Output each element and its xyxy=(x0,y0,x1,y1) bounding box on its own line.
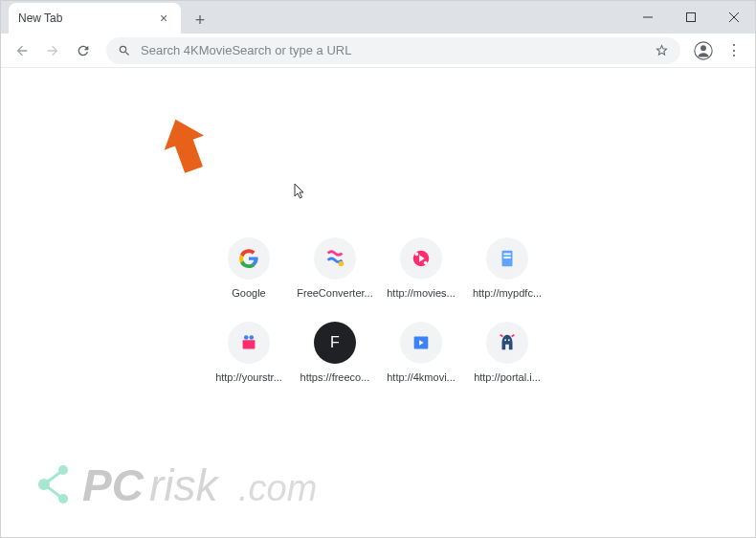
svg-point-21 xyxy=(58,494,68,504)
shortcut-label: http://yourstr... xyxy=(215,371,282,383)
svg-line-22 xyxy=(44,470,63,484)
shortcut-4kmov[interactable]: http://4kmovi... xyxy=(378,310,464,394)
page-content: Google FreeConverter... http://movies...… xyxy=(1,68,755,537)
svg-point-6 xyxy=(339,261,345,267)
shortcut-label: Google xyxy=(232,287,265,299)
movies-icon xyxy=(400,237,442,280)
mypdf-icon xyxy=(486,237,528,280)
svg-point-20 xyxy=(58,465,68,475)
svg-line-23 xyxy=(44,484,63,499)
f-dark-icon: F xyxy=(314,322,356,364)
portal-icon xyxy=(486,322,528,364)
svg-point-5 xyxy=(700,45,706,51)
address-bar-placeholder: Search 4KMovieSearch or type a URL xyxy=(141,43,645,57)
new-tab-button[interactable]: + xyxy=(187,7,213,34)
shortcut-movies[interactable]: http://movies... xyxy=(378,226,464,310)
svg-point-18 xyxy=(508,339,510,341)
toolbar: Search 4KMovieSearch or type a URL ⋮ xyxy=(1,34,755,68)
shortcut-freeco-f[interactable]: F https://freeco... xyxy=(292,310,378,394)
reload-button[interactable] xyxy=(70,37,97,64)
forward-button[interactable] xyxy=(39,37,66,64)
shortcut-label: https://freeco... xyxy=(300,371,370,383)
profile-button[interactable] xyxy=(690,37,717,64)
google-icon xyxy=(228,237,270,280)
shortcut-google[interactable]: Google xyxy=(206,226,292,310)
svg-point-9 xyxy=(424,261,428,265)
svg-point-8 xyxy=(415,253,419,257)
shortcut-yourstr[interactable]: http://yourstr... xyxy=(206,310,292,394)
search-icon xyxy=(118,44,131,57)
shortcut-label: http://movies... xyxy=(387,287,456,299)
shortcut-label: http://portal.i... xyxy=(474,371,541,383)
svg-text:risk: risk xyxy=(149,460,220,510)
window-controls xyxy=(626,1,755,34)
cursor-icon xyxy=(294,183,307,200)
4kmov-icon xyxy=(400,322,442,364)
svg-point-14 xyxy=(244,335,249,340)
tab-title: New Tab xyxy=(18,11,62,25)
shortcuts-grid: Google FreeConverter... http://movies...… xyxy=(206,226,550,394)
arrow-annotation-icon xyxy=(156,116,213,183)
svg-point-15 xyxy=(249,335,254,340)
menu-button[interactable]: ⋮ xyxy=(721,37,747,64)
svg-rect-13 xyxy=(243,340,256,348)
bookmark-icon[interactable] xyxy=(655,43,669,57)
close-window-button[interactable] xyxy=(712,1,755,34)
maximize-button[interactable] xyxy=(669,1,712,34)
shortcut-label: http://4kmovi... xyxy=(387,371,456,383)
freeconverter-icon xyxy=(314,237,356,280)
svg-text:.com: .com xyxy=(238,468,317,508)
shortcut-portal[interactable]: http://portal.i... xyxy=(464,310,550,394)
svg-rect-11 xyxy=(503,254,510,256)
svg-text:PC: PC xyxy=(82,460,145,510)
shortcut-label: FreeConverter... xyxy=(297,287,372,299)
svg-rect-1 xyxy=(686,13,695,22)
watermark-logo: PC risk .com xyxy=(11,441,393,527)
svg-point-19 xyxy=(38,479,50,490)
shortcut-mypdf[interactable]: http://mypdfc... xyxy=(464,226,550,310)
tab-strip: New Tab × + xyxy=(1,1,755,34)
yourstr-icon xyxy=(228,322,270,364)
svg-rect-12 xyxy=(503,257,510,258)
minimize-button[interactable] xyxy=(626,1,669,34)
address-bar[interactable]: Search 4KMovieSearch or type a URL xyxy=(106,37,680,64)
browser-tab[interactable]: New Tab × xyxy=(9,3,181,34)
browser-window: New Tab × + Se xyxy=(0,0,756,538)
shortcut-label: http://mypdfc... xyxy=(473,287,542,299)
svg-point-17 xyxy=(504,339,506,341)
back-button[interactable] xyxy=(9,37,35,64)
shortcut-freeconverter[interactable]: FreeConverter... xyxy=(292,226,378,310)
close-icon[interactable]: × xyxy=(156,11,171,26)
